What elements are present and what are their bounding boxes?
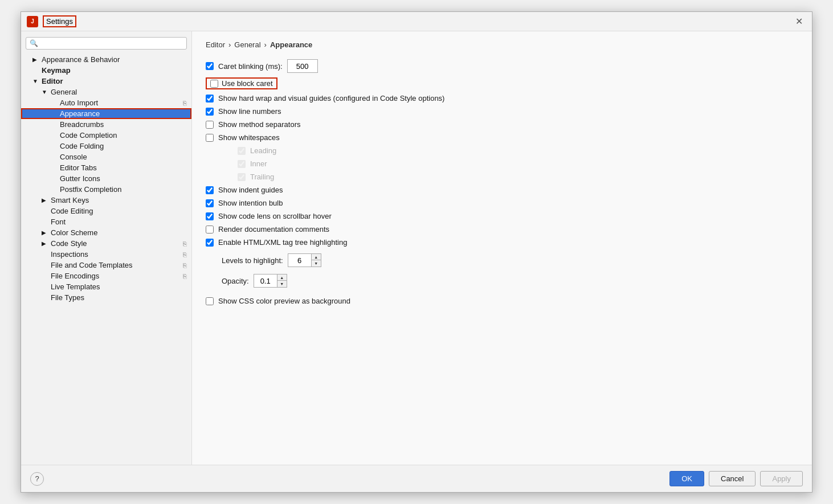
caret-blinking-label: Caret blinking (ms): xyxy=(218,62,283,71)
cancel-button[interactable]: Cancel xyxy=(709,471,756,486)
sidebar-item-breadcrumbs[interactable]: Breadcrumbs xyxy=(21,119,191,130)
inner-row: Inner xyxy=(238,159,798,168)
levels-label: Levels to highlight: xyxy=(222,256,283,265)
arrow-icon: ▶ xyxy=(42,240,48,247)
apply-button[interactable]: Apply xyxy=(760,471,803,486)
sidebar-item-label: File Encodings xyxy=(51,272,99,280)
settings-dialog: J Settings ✕ 🔍 ▶ Appearance & Behavior K… xyxy=(21,11,812,493)
sidebar-item-file-code-templates[interactable]: File and Code Templates ⎘ xyxy=(21,260,191,271)
caret-blinking-checkbox[interactable] xyxy=(206,62,214,70)
inner-label: Inner xyxy=(250,159,267,168)
enable-html-label: Enable HTML/XML tag tree highlighting xyxy=(218,238,347,247)
show-css-checkbox[interactable] xyxy=(206,297,214,305)
show-whitespaces-row: Show whitespaces xyxy=(206,133,798,142)
leading-checkbox[interactable] xyxy=(238,147,246,155)
sidebar-item-label: Editor xyxy=(42,77,63,85)
show-css-row: Show CSS color preview as background xyxy=(206,297,798,305)
show-method-sep-checkbox[interactable] xyxy=(206,121,214,129)
sidebar-item-code-style[interactable]: ▶ Code Style ⎘ xyxy=(21,238,191,249)
breadcrumb: Editor › General › Appearance xyxy=(206,40,798,49)
show-method-sep-label: Show method separators xyxy=(218,120,301,129)
show-line-numbers-checkbox[interactable] xyxy=(206,108,214,116)
enable-html-checkbox[interactable] xyxy=(206,239,214,247)
help-button[interactable]: ? xyxy=(30,472,44,486)
sidebar-item-editor-tabs[interactable]: Editor Tabs xyxy=(21,162,191,173)
use-block-caret-checkbox[interactable] xyxy=(210,80,218,88)
arrow-icon: ▼ xyxy=(32,78,39,84)
sidebar-item-label: Color Scheme xyxy=(51,228,97,237)
sidebar-item-keymap[interactable]: Keymap xyxy=(21,65,191,76)
trailing-label: Trailing xyxy=(250,173,274,181)
spinner-buttons: ▲ ▼ xyxy=(311,254,321,267)
use-block-caret-label: Use block caret xyxy=(222,79,273,88)
sidebar-item-appearance-behavior[interactable]: ▶ Appearance & Behavior xyxy=(21,54,191,65)
leading-label: Leading xyxy=(250,146,276,155)
inner-checkbox[interactable] xyxy=(238,160,246,168)
sidebar-item-console[interactable]: Console xyxy=(21,151,191,162)
show-indent-guides-label: Show indent guides xyxy=(218,186,283,194)
show-intention-bulb-row: Show intention bulb xyxy=(206,199,798,207)
leading-row: Leading xyxy=(238,146,798,155)
arrow-icon: ▶ xyxy=(42,230,48,236)
sidebar-item-smart-keys[interactable]: ▶ Smart Keys xyxy=(21,195,191,206)
show-intention-bulb-checkbox[interactable] xyxy=(206,199,214,207)
show-indent-guides-checkbox[interactable] xyxy=(206,186,214,194)
copy-icon: ⎘ xyxy=(183,100,187,106)
sidebar-item-label: Inspections xyxy=(51,250,88,259)
caret-blinking-row: Caret blinking (ms): xyxy=(206,59,798,73)
opacity-spinner[interactable]: ▲ ▼ xyxy=(254,274,287,288)
opacity-value[interactable] xyxy=(254,277,277,285)
show-code-lens-label: Show code lens on scrollbar hover xyxy=(218,212,332,220)
render-doc-checkbox[interactable] xyxy=(206,226,214,233)
breadcrumb-part1: Editor xyxy=(206,40,225,49)
show-indent-guides-row: Show indent guides xyxy=(206,186,798,194)
levels-value[interactable] xyxy=(288,256,311,265)
show-whitespaces-checkbox[interactable] xyxy=(206,134,214,142)
use-block-caret-row: Use block caret xyxy=(206,77,798,89)
search-input[interactable] xyxy=(40,39,183,47)
show-whitespaces-label: Show whitespaces xyxy=(218,133,280,142)
sidebar-item-postfix-completion[interactable]: Postfix Completion xyxy=(21,184,191,195)
sidebar-item-code-completion[interactable]: Code Completion xyxy=(21,130,191,141)
sidebar-item-label: Live Templates xyxy=(51,282,100,291)
sidebar-item-code-editing[interactable]: Code Editing xyxy=(21,206,191,216)
sidebar-item-appearance[interactable]: Appearance xyxy=(21,108,191,119)
caret-blinking-value[interactable] xyxy=(287,59,318,73)
render-doc-row: Render documentation comments xyxy=(206,225,798,233)
sidebar-item-label: Postfix Completion xyxy=(60,185,121,194)
sidebar-item-font[interactable]: Font xyxy=(21,216,191,227)
sidebar-item-file-types[interactable]: File Types xyxy=(21,292,191,303)
levels-up-button[interactable]: ▲ xyxy=(312,254,321,260)
show-code-lens-checkbox[interactable] xyxy=(206,212,214,220)
sidebar-item-label: Smart Keys xyxy=(51,196,89,204)
sidebar-item-gutter-icons[interactable]: Gutter Icons xyxy=(21,173,191,184)
opacity-up-button[interactable]: ▲ xyxy=(277,274,287,281)
sidebar-item-label: Font xyxy=(51,218,66,226)
sidebar-item-code-folding[interactable]: Code Folding xyxy=(21,141,191,151)
arrow-icon: ▶ xyxy=(42,197,48,203)
sidebar-item-general[interactable]: ▼ General xyxy=(21,87,191,97)
sidebar-item-editor[interactable]: ▼ Editor xyxy=(21,76,191,87)
sidebar-item-label: Code Completion xyxy=(60,131,117,140)
sidebar-item-label: Appearance xyxy=(60,109,100,118)
sidebar-item-live-templates[interactable]: Live Templates xyxy=(21,281,191,292)
sidebar-item-label: Code Folding xyxy=(60,142,104,150)
sidebar-item-label: Breadcrumbs xyxy=(60,120,104,129)
trailing-checkbox[interactable] xyxy=(238,173,246,181)
levels-spinner[interactable]: ▲ ▼ xyxy=(288,253,321,267)
show-line-numbers-label: Show line numbers xyxy=(218,107,281,116)
close-button[interactable]: ✕ xyxy=(792,16,806,27)
levels-down-button[interactable]: ▼ xyxy=(312,260,321,267)
sidebar-item-inspections[interactable]: Inspections ⎘ xyxy=(21,249,191,260)
search-box[interactable]: 🔍 xyxy=(26,37,187,50)
sidebar-item-color-scheme[interactable]: ▶ Color Scheme xyxy=(21,227,191,238)
opacity-down-button[interactable]: ▼ xyxy=(277,281,287,287)
main-content: Editor › General › Appearance Caret blin… xyxy=(192,31,812,465)
ok-button[interactable]: OK xyxy=(669,471,704,486)
sidebar-item-label: Code Editing xyxy=(51,207,93,215)
render-doc-label: Render documentation comments xyxy=(218,225,329,233)
sidebar-item-auto-import[interactable]: Auto Import ⎘ xyxy=(21,97,191,108)
sidebar-item-file-encodings[interactable]: File Encodings ⎘ xyxy=(21,271,191,281)
levels-row: Levels to highlight: ▲ ▼ xyxy=(222,253,798,267)
show-hard-wrap-checkbox[interactable] xyxy=(206,95,214,103)
